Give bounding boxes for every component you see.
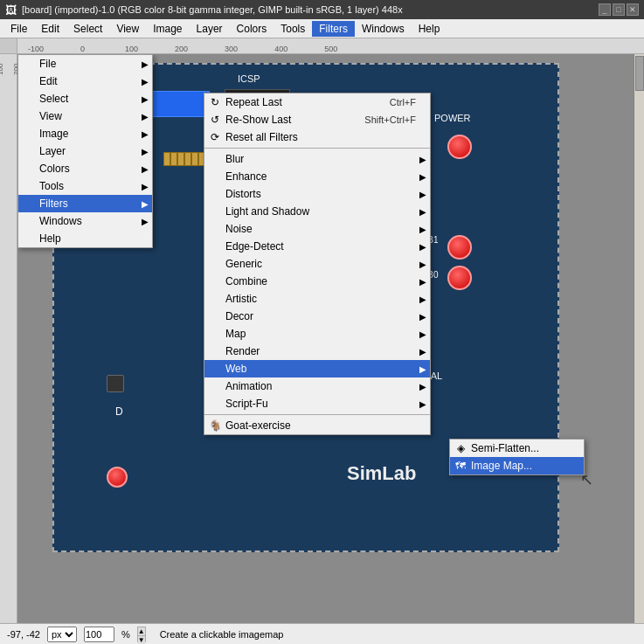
toolbox-colors[interactable]: Colors ▶ bbox=[18, 160, 152, 177]
menu-bar: File Edit Select View Image Layer Colors… bbox=[0, 19, 644, 38]
filters-menu: ↻ Repeat Last Ctrl+F ↺ Re-Show Last Shif… bbox=[204, 93, 431, 435]
toolbox-select[interactable]: Select ▶ bbox=[18, 90, 152, 107]
repeat-icon: ↻ bbox=[208, 95, 222, 109]
filter-reshow-last[interactable]: ↺ Re-Show Last Shift+Ctrl+F bbox=[204, 111, 430, 128]
close-button[interactable]: ✕ bbox=[627, 3, 639, 16]
toolbox-file[interactable]: File ▶ bbox=[18, 55, 152, 73]
cursor-indicator: ↖ bbox=[580, 470, 593, 489]
toolbox-dropdown: File ▶ Edit ▶ Select ▶ View ▶ Image ▶ bbox=[17, 54, 153, 248]
ruler-horizontal: -100 0 100 200 300 400 500 bbox=[0, 38, 644, 54]
icsp-label: ICSP bbox=[238, 73, 260, 84]
red-led-bottom bbox=[107, 467, 128, 488]
title-text: [board] (imported)-1.0 (RGB color 8-bit … bbox=[22, 4, 593, 15]
goat-icon: 🐐 bbox=[208, 419, 222, 433]
menubar-item-layer[interactable]: Layer bbox=[190, 21, 230, 37]
toolbox-tools[interactable]: Tools ▶ bbox=[18, 177, 152, 195]
filter-distorts[interactable]: Distorts ▶ bbox=[204, 185, 430, 203]
reshow-icon: ↺ bbox=[208, 113, 222, 127]
filter-render[interactable]: Render ▶ bbox=[204, 343, 430, 360]
reset-icon: ⟳ bbox=[208, 130, 222, 144]
web-submenu: ◈ Semi-Flatten... 🗺 Image Map... ↖ bbox=[449, 439, 585, 475]
filter-combine[interactable]: Combine ▶ bbox=[204, 273, 430, 290]
filter-animation[interactable]: Animation ▶ bbox=[204, 377, 430, 395]
filter-decor[interactable]: Decor ▶ bbox=[204, 308, 430, 325]
imagemap-icon: 🗺 bbox=[454, 459, 467, 473]
filter-script-fu[interactable]: Script-Fu ▶ bbox=[204, 395, 430, 412]
ruler-h-inner: -100 0 100 200 300 400 500 bbox=[17, 38, 644, 53]
d-label: D bbox=[115, 405, 123, 418]
menubar-item-file[interactable]: File bbox=[3, 21, 34, 37]
filter-light-shadow[interactable]: Light and Shadow ▶ bbox=[204, 203, 430, 220]
menubar-item-tools[interactable]: Tools bbox=[274, 21, 312, 37]
coords-display: -97, -42 bbox=[7, 629, 40, 640]
units-select[interactable]: px bbox=[47, 627, 77, 642]
minimize-button[interactable]: _ bbox=[599, 3, 611, 16]
simlab-label: SimLab bbox=[347, 462, 416, 485]
toolbox-image[interactable]: Image ▶ bbox=[18, 125, 152, 142]
zoom-down-btn[interactable]: ▼ bbox=[138, 636, 145, 644]
toolbox-edit[interactable]: Edit ▶ bbox=[18, 73, 152, 90]
scroll-thumb[interactable] bbox=[635, 56, 644, 91]
filter-map[interactable]: Map ▶ bbox=[204, 325, 430, 343]
toolbox-filters[interactable]: Filters ▶ bbox=[18, 195, 152, 212]
red-led-power bbox=[447, 135, 472, 159]
ruler-vertical: -1000100200300400 bbox=[0, 54, 17, 623]
menubar-item-filters[interactable]: Filters bbox=[312, 21, 355, 37]
gimp-icon: 🖼 bbox=[5, 3, 17, 17]
canvas-area: ICSP POWER RB1 RB0 SERIAL SimLab D bbox=[17, 54, 644, 623]
menubar-item-select[interactable]: Select bbox=[66, 21, 109, 37]
filter-goat-exercise[interactable]: 🐐 Goat-exercise bbox=[204, 417, 430, 434]
maximize-button[interactable]: □ bbox=[613, 3, 625, 16]
menubar-item-colors[interactable]: Colors bbox=[230, 21, 274, 37]
web-semi-flatten[interactable]: ◈ Semi-Flatten... bbox=[450, 440, 584, 457]
zoom-percent: % bbox=[121, 629, 130, 640]
filter-reset-all[interactable]: ⟳ Reset all Filters bbox=[204, 128, 430, 146]
web-image-map[interactable]: 🗺 Image Map... bbox=[450, 457, 584, 474]
zoom-stepper[interactable]: ▲ ▼ bbox=[137, 627, 146, 642]
semiflatten-icon: ◈ bbox=[454, 441, 467, 455]
menubar-item-view[interactable]: View bbox=[109, 21, 146, 37]
title-bar: 🖼 [board] (imported)-1.0 (RGB color 8-bi… bbox=[0, 0, 644, 19]
small-component bbox=[107, 375, 124, 392]
power-label: POWER bbox=[434, 113, 471, 123]
menubar-item-edit[interactable]: Edit bbox=[34, 21, 66, 37]
toolbox-windows[interactable]: Windows ▶ bbox=[18, 212, 152, 230]
separator-2 bbox=[204, 414, 430, 415]
menubar-item-help[interactable]: Help bbox=[412, 21, 447, 37]
filter-edge-detect[interactable]: Edge-Detect ▶ bbox=[204, 238, 430, 255]
separator-1 bbox=[204, 148, 430, 149]
menubar-item-image[interactable]: Image bbox=[146, 21, 189, 37]
scrollbar-vertical[interactable] bbox=[634, 54, 644, 623]
window-controls: _ □ ✕ bbox=[599, 3, 639, 16]
filter-web[interactable]: Web ▶ bbox=[204, 360, 430, 377]
main-area: -1000100200300400 ICSP POWER RB1 RB0 SER… bbox=[0, 54, 644, 623]
filter-generic[interactable]: Generic ▶ bbox=[204, 255, 430, 273]
filter-noise[interactable]: Noise ▶ bbox=[204, 220, 430, 238]
filters-dropdown: ↻ Repeat Last Ctrl+F ↺ Re-Show Last Shif… bbox=[204, 93, 431, 435]
web-submenu-panel: ◈ Semi-Flatten... 🗺 Image Map... bbox=[449, 439, 585, 475]
red-led-rb1 bbox=[447, 235, 472, 260]
toolbox-help[interactable]: Help bbox=[18, 230, 152, 247]
filter-repeat-last[interactable]: ↻ Repeat Last Ctrl+F bbox=[204, 93, 430, 111]
menubar-item-windows[interactable]: Windows bbox=[355, 21, 412, 37]
toolbox-layer[interactable]: Layer ▶ bbox=[18, 142, 152, 160]
ruler-corner bbox=[0, 38, 17, 54]
toolbox-menu: File ▶ Edit ▶ Select ▶ View ▶ Image ▶ bbox=[17, 54, 153, 248]
status-bar: -97, -42 px % ▲ ▼ Create a clickable ima… bbox=[0, 623, 644, 644]
zoom-input[interactable] bbox=[84, 627, 114, 642]
status-message: Create a clickable imagemap bbox=[160, 629, 284, 640]
filter-artistic[interactable]: Artistic ▶ bbox=[204, 290, 430, 308]
filter-blur[interactable]: Blur ▶ bbox=[204, 150, 430, 168]
filter-enhance[interactable]: Enhance ▶ bbox=[204, 168, 430, 185]
zoom-up-btn[interactable]: ▲ bbox=[138, 627, 145, 636]
toolbox-view[interactable]: View ▶ bbox=[18, 107, 152, 125]
red-led-rb0 bbox=[447, 266, 472, 290]
